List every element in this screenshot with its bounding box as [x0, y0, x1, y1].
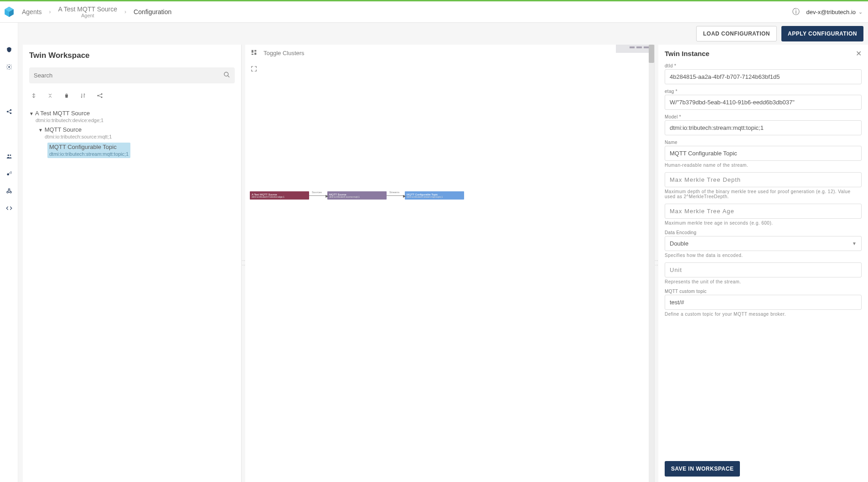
name-input[interactable] [665, 146, 862, 161]
etag-input[interactable] [665, 95, 862, 110]
field-help: Maximum merkle tree age in seconds (e.g.… [665, 220, 862, 226]
sort-icon[interactable] [80, 92, 86, 100]
graph-node-sub: dtmi:io:tributech:stream:mqtt:topic;1 [407, 196, 462, 198]
apply-configuration-button[interactable]: APPLY CONFIGURATION [781, 26, 863, 41]
search-icon[interactable] [223, 71, 230, 80]
graph-node-topic[interactable]: MQTT Configurable Topic dtmi:io:tributec… [405, 191, 464, 200]
canvas-toolbar: Toggle Clusters [251, 49, 305, 57]
field-help: Specifies how the data is encoded. [665, 253, 862, 258]
help-icon[interactable]: ⓘ [792, 7, 800, 17]
mqtt-topic-input[interactable] [665, 295, 862, 310]
merkle-depth-input[interactable]: Max Merkle Tree Depth [665, 172, 862, 187]
rail-code-icon[interactable] [5, 204, 13, 212]
dtid-input[interactable] [665, 69, 862, 84]
select-value: Double [670, 240, 688, 247]
graph-edge-label: Sources [312, 191, 322, 194]
rail-users-icon[interactable] [5, 152, 13, 160]
twin-workspace-title: Twin Workspace [23, 45, 241, 65]
twin-workspace-pane: Twin Workspace [23, 45, 242, 482]
expand-all-icon[interactable] [31, 92, 36, 100]
rail-shield-icon[interactable] [5, 46, 13, 54]
field-label: Name [665, 140, 862, 145]
main-area: LOAD CONFIGURATION APPLY CONFIGURATION T… [18, 23, 868, 482]
svg-point-7 [7, 154, 9, 156]
field-etag: etag * [665, 89, 862, 110]
breadcrumb-agents[interactable]: Agents [22, 8, 42, 15]
svg-point-9 [7, 173, 9, 175]
field-label: MQTT custom topic [665, 289, 862, 294]
tree-toolbar [23, 86, 241, 107]
twin-instance-pane: Twin Instance ✕ dtId * etag * Model * [658, 45, 868, 482]
app-shell: LOAD CONFIGURATION APPLY CONFIGURATION T… [0, 23, 868, 482]
chevron-down-icon: ▼ [852, 241, 857, 246]
breadcrumb-device-label: A Test MQTT Source [58, 5, 117, 13]
svg-point-4 [6, 111, 8, 113]
chevron-right-icon: › [49, 9, 51, 15]
twin-instance-title: Twin Instance [665, 50, 709, 57]
tree-toggle-icon[interactable]: ▼ [29, 111, 34, 116]
close-icon[interactable]: ✕ [856, 49, 862, 58]
graph: A Test MQTT Source dtmi:io:tributech:h:d… [250, 191, 464, 200]
field-name: Name Human-readable name of the stream. [665, 140, 862, 168]
field-mqtt-topic: MQTT custom topic Define a custom topic … [665, 289, 862, 317]
graph-edge: Streams ▶ [387, 195, 405, 196]
field-label: dtId * [665, 63, 862, 68]
search-input[interactable] [29, 67, 235, 83]
data-encoding-select[interactable]: Double ▼ [665, 236, 862, 251]
svg-point-8 [10, 154, 11, 156]
field-model: Model * [665, 114, 862, 135]
tree-node-topic[interactable]: MQTT Configurable Topic dtmi:io:tributec… [26, 141, 238, 159]
unit-input[interactable]: Unit [665, 262, 862, 277]
merkle-age-input[interactable]: Max Merkle Tree Age [665, 204, 862, 219]
action-bar: LOAD CONFIGURATION APPLY CONFIGURATION [18, 23, 868, 45]
toggle-clusters-label[interactable]: Toggle Clusters [264, 50, 305, 56]
split-handle[interactable]: ⋮⋮ [242, 45, 245, 482]
dashboard-icon[interactable] [251, 49, 257, 57]
tree-node-dtmi: dtmi:io:tributech:stream:mqtt:topic;1 [49, 151, 129, 157]
relations-icon[interactable] [97, 92, 103, 100]
tree-node-root[interactable]: ▼ A Test MQTT Source dtmi:io:tributech:d… [26, 108, 238, 125]
chevron-down-icon: ⌄ [858, 9, 863, 15]
canvas-scrollbar[interactable] [649, 45, 654, 482]
header-right: ⓘ dev-x@tributech.io ⌄ [792, 7, 863, 17]
canvas-pane[interactable]: Toggle Clusters A Test MQTT Source dtmi:… [245, 45, 655, 482]
split-handle[interactable]: ⋮⋮ [655, 45, 658, 482]
left-rail [0, 23, 18, 482]
model-input[interactable] [665, 120, 862, 135]
field-merkle-depth: Max Merkle Tree Depth Maximum depth of t… [665, 172, 862, 199]
user-menu[interactable]: dev-x@tributech.io ⌄ [806, 9, 863, 15]
tree: ▼ A Test MQTT Source dtmi:io:tributech:d… [23, 107, 241, 161]
svg-point-14 [97, 95, 98, 97]
fullscreen-icon[interactable] [251, 66, 257, 74]
svg-rect-17 [252, 50, 253, 53]
field-unit: Unit Represents the unit of the stream. [665, 262, 862, 284]
tree-toggle-icon[interactable]: ▼ [38, 128, 43, 133]
panes: Twin Workspace [18, 45, 868, 482]
app-header: Agents › A Test MQTT Source Agent › Conf… [0, 1, 868, 23]
svg-rect-18 [254, 50, 256, 52]
load-configuration-button[interactable]: LOAD CONFIGURATION [696, 26, 777, 41]
delete-icon[interactable] [64, 92, 69, 100]
save-in-workspace-button[interactable]: SAVE IN WORKSPACE [665, 461, 740, 477]
svg-point-13 [224, 72, 228, 76]
svg-point-3 [8, 66, 10, 68]
field-help: Define a custom topic for your MQTT mess… [665, 312, 862, 317]
rail-webhook-icon[interactable] [5, 187, 13, 195]
field-data-encoding: Data Encoding Double ▼ Specifies how the… [665, 230, 862, 258]
arrow-right-icon: ▶ [326, 194, 328, 198]
svg-point-15 [101, 93, 103, 95]
app-logo[interactable] [0, 1, 18, 23]
collapse-all-icon[interactable] [47, 92, 53, 100]
breadcrumb-current: Configuration [134, 8, 171, 15]
rail-share-icon[interactable] [5, 108, 13, 116]
rail-gear-icon[interactable] [5, 63, 13, 71]
graph-node-device[interactable]: A Test MQTT Source dtmi:io:tributech:h:d… [250, 191, 309, 200]
scrollbar-thumb[interactable] [649, 45, 654, 63]
tree-node-dtmi: dtmi:io:tributech:source:mqtt;1 [38, 134, 112, 139]
field-help: Represents the unit of the stream. [665, 279, 862, 284]
graph-node-source[interactable]: MQTT Source dtmi:io:tributech:source:mqt… [327, 191, 387, 200]
tree-node-source[interactable]: ▼ MQTT Source dtmi:io:tributech:source:m… [26, 125, 238, 141]
field-merkle-age: Max Merkle Tree Age Maximum merkle tree … [665, 204, 862, 226]
breadcrumb-device[interactable]: A Test MQTT Source Agent [58, 5, 117, 18]
rail-key-icon[interactable] [5, 169, 13, 178]
